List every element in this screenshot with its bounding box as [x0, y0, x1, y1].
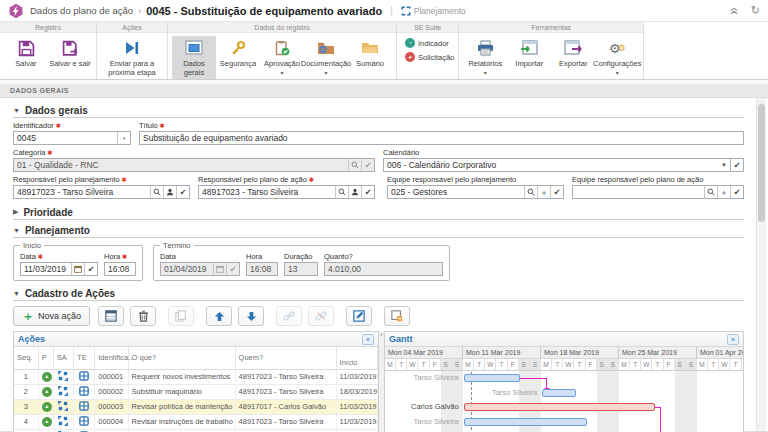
gantt-connector	[660, 407, 661, 431]
expand-gantt-panel-icon[interactable]: »	[727, 334, 739, 345]
resp-planejamento-search-icon[interactable]	[150, 186, 163, 198]
column-header[interactable]: O que?	[128, 347, 235, 369]
gantt-bar[interactable]	[542, 389, 576, 397]
equipe-plano-search-icon[interactable]	[704, 186, 717, 198]
action-type-icon[interactable]	[74, 369, 95, 384]
identificador-input[interactable]	[14, 132, 117, 144]
action-type-icon[interactable]	[74, 414, 95, 429]
gantt-bar[interactable]	[464, 418, 587, 426]
inicio-calendar-icon[interactable]	[71, 263, 84, 275]
section-header-cadastro-acoes[interactable]: ▼ Cadastro de Ações	[13, 286, 744, 301]
save-and-exit-button[interactable]: Salvar e sair	[48, 36, 92, 71]
documentation-folder-icon	[317, 38, 335, 58]
scrollbar-thumb[interactable]	[758, 104, 765, 222]
datasheet-view-button[interactable]	[98, 306, 124, 326]
top-header: Dados do plano de ação › 0045 - Substitu…	[0, 0, 768, 22]
collapse-actions-panel-icon[interactable]: «	[362, 334, 374, 345]
equipe-plano-clear-icon[interactable]: ✔	[730, 186, 743, 198]
save-button[interactable]: Salvar	[4, 36, 48, 71]
ribbon-group-dados-registro-label: Dados do registro	[168, 22, 396, 33]
import-button[interactable]: Importar	[507, 36, 551, 71]
resp-planejamento-input[interactable]	[14, 186, 150, 198]
inicio-clear-icon[interactable]: ✔	[84, 263, 97, 275]
move-down-button[interactable]	[238, 306, 264, 326]
unlink-actions-button[interactable]	[308, 306, 334, 326]
action-status-icon[interactable]	[53, 384, 73, 399]
delete-action-button[interactable]	[130, 306, 156, 326]
gantt-bar[interactable]	[464, 374, 521, 382]
inicio-data-input[interactable]	[21, 263, 71, 275]
link-actions-button[interactable]	[276, 306, 302, 326]
action-status-icon[interactable]	[53, 369, 73, 384]
section-header-dados-gerais[interactable]: ▼ Dados gerais	[13, 103, 744, 118]
security-button[interactable]: Segurança	[216, 36, 260, 71]
summary-button[interactable]: Sumário	[348, 36, 392, 71]
gantt-bar[interactable]	[464, 403, 655, 411]
equipe-planejamento-label: Equipe responsável pelo planejamento	[387, 175, 564, 184]
action-type-icon[interactable]	[74, 399, 95, 414]
titulo-input[interactable]	[140, 132, 743, 144]
indicator-button[interactable]: ◔ Indicador	[405, 38, 449, 48]
action-row[interactable]: 3▲000003Revisar política de mantenção489…	[14, 399, 378, 414]
action-id: 000002	[95, 384, 128, 399]
column-header[interactable]: SA	[53, 347, 73, 369]
inicio-hora-input[interactable]	[105, 263, 135, 275]
equipe-planejamento-search-icon[interactable]	[524, 186, 537, 198]
request-button[interactable]: ◕ Solicitação	[405, 52, 454, 62]
identificador-expand-icon[interactable]: ›	[117, 132, 130, 144]
reports-button[interactable]: Relatórios	[463, 36, 507, 79]
equipe-plano-input[interactable]	[573, 186, 704, 198]
export-button[interactable]: Exportar	[551, 36, 595, 71]
gantt-day-label: T	[730, 359, 741, 371]
breadcrumb-root[interactable]: Dados do plano de ação	[30, 5, 133, 16]
categoria-clear-icon[interactable]: ✔	[361, 159, 374, 171]
action-row[interactable]: 4▲000004Revisar instruções de trabalho48…	[14, 414, 378, 429]
equipe-plano-add-icon[interactable]: ＋	[717, 186, 730, 198]
resp-plano-clear-icon[interactable]: ✔	[361, 186, 374, 198]
gantt-bar-label: Tarso Silveira	[414, 373, 459, 382]
resp-plano-input[interactable]	[199, 186, 335, 198]
column-header[interactable]: Seq.	[14, 347, 38, 369]
column-header[interactable]: Identifica...	[95, 347, 128, 369]
vertical-scrollbar[interactable]	[756, 98, 766, 431]
column-header[interactable]: P	[38, 347, 53, 369]
equipe-planejamento-clear-icon[interactable]: ✔	[550, 186, 563, 198]
column-header[interactable]: Início	[336, 347, 377, 369]
documentation-button[interactable]: Documentação	[304, 36, 348, 79]
section-header-prioridade[interactable]: ▶ Prioridade	[13, 205, 744, 220]
refresh-icon[interactable]: ↻	[751, 5, 760, 16]
column-header[interactable]: Quem?	[235, 347, 336, 369]
section-header-planejamento[interactable]: ▼ Planejamento	[13, 223, 744, 238]
send-next-step-button[interactable]: Enviar para a próxima etapa	[101, 36, 163, 79]
new-action-button[interactable]: ＋ Nova ação	[13, 306, 90, 326]
column-header[interactable]: TE	[74, 347, 95, 369]
collapse-ribbon-icon[interactable]	[729, 5, 739, 17]
gantt-day-label: F	[586, 359, 597, 371]
calendario-select[interactable]: 006 - Calendário Corporativo ▼	[383, 158, 731, 172]
action-row[interactable]: 1▲000001Requerir novos investimentos4891…	[14, 369, 378, 384]
settings-button[interactable]: ⚙⚙ Configurações	[595, 36, 639, 79]
titulo-label: Título	[139, 121, 744, 130]
equipe-planejamento-input[interactable]	[388, 186, 524, 198]
resp-planejamento-clear-icon[interactable]: ✔	[176, 186, 189, 198]
action-row[interactable]: 2▲000002Substituir maquinário48917023 - …	[14, 384, 378, 399]
action-type-icon[interactable]	[74, 384, 95, 399]
ribbon-group-dados-registro: Dados do registro Dados gerais Segurança…	[168, 22, 397, 79]
export-grid-button[interactable]	[384, 306, 410, 326]
resp-plano-search-icon[interactable]	[335, 186, 348, 198]
copy-action-button[interactable]	[168, 306, 194, 326]
calendario-clear-icon[interactable]: ✔	[731, 158, 744, 172]
general-data-button[interactable]: Dados gerais	[172, 36, 216, 79]
move-up-button[interactable]	[206, 306, 232, 326]
edit-action-button[interactable]	[346, 306, 372, 326]
resp-planejamento-user-icon[interactable]	[163, 186, 176, 198]
action-status-icon[interactable]	[53, 399, 73, 414]
general-data-icon	[185, 38, 203, 58]
resp-plano-user-icon[interactable]	[348, 186, 361, 198]
action-status-icon[interactable]	[53, 414, 73, 429]
tab-dados-gerais[interactable]: DADOS GERAIS	[0, 84, 768, 98]
approval-button[interactable]: Aprovação	[260, 36, 304, 79]
workflow-step-label: Planejamento	[414, 6, 466, 16]
equipe-planejamento-add-icon[interactable]: ＋	[537, 186, 550, 198]
categoria-search-icon[interactable]	[348, 159, 361, 171]
